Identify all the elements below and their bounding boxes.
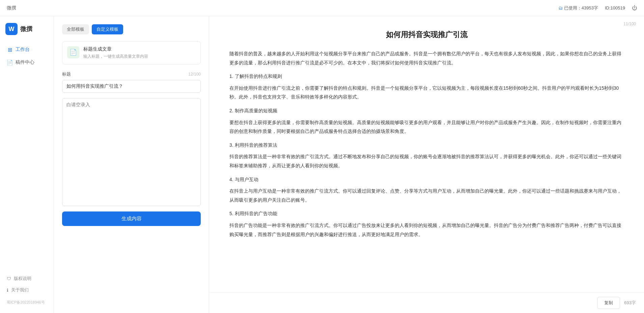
topbar-right: 🗂 已使用：43953字 ID:100519 ⏻ xyxy=(558,5,637,11)
copy-button[interactable]: 复制 xyxy=(597,297,620,309)
content-textarea[interactable] xyxy=(62,98,201,206)
tab-row: 全部模板 自定义模板 xyxy=(62,24,201,34)
doc-heading-5: 5. 利用抖音的广告功能 xyxy=(229,209,624,218)
doc-area: 11/100 如何用抖音实现推广引流 随着抖音的普及，越来越多的人开始利用这个短… xyxy=(209,16,644,292)
file-icon: 📄 xyxy=(7,59,13,65)
doc-heading-3: 3. 利用抖音的推荐算法 xyxy=(229,141,624,150)
form-title-label: 标题 12/100 xyxy=(62,71,201,77)
id-label: ID:100519 xyxy=(605,5,625,10)
doc-heading-1: 1. 了解抖音的特点和规则 xyxy=(229,72,624,81)
doc-intro: 随着抖音的普及，越来越多的人开始利用这个短视频分享平台来推广自己的产品或服务。抖… xyxy=(229,49,624,67)
tab-all-templates[interactable]: 全部模板 xyxy=(62,24,89,34)
template-info: 标题生成文章 输入标题，一键生成高质量文章内容 xyxy=(83,46,148,59)
doc-body: 随着抖音的普及，越来越多的人开始利用这个短视频分享平台来推广自己的产品或服务。抖… xyxy=(229,49,624,239)
tab-custom-templates[interactable]: 自定义模板 xyxy=(92,24,123,34)
doc-heading-2: 2. 制作高质量的短视频 xyxy=(229,106,624,115)
doc-para-1: 在开始使用抖音进行推广引流之前，你需要了解抖音的特点和规则。抖音是一个短视频分享… xyxy=(229,84,624,102)
sidebar-bottom: 🛡 版权说明 ℹ 关于我们 蜀ICP备2022018946号 xyxy=(0,273,54,306)
page-count: 11/100 xyxy=(623,22,636,26)
usage-label: 已使用：43953字 xyxy=(564,5,598,11)
logo-text: 微撰 xyxy=(20,25,32,33)
sidebar-footer: 🛡 版权说明 ℹ 关于我们 xyxy=(0,273,54,298)
topbar-title: 微撰 xyxy=(7,5,16,11)
logo-area: W 微撰 xyxy=(0,23,54,43)
topbar: 微撰 🗂 已使用：43953字 ID:100519 ⏻ xyxy=(0,0,644,16)
template-name: 标题生成文章 xyxy=(83,46,148,52)
sidebar-item-workbench-label: 工作台 xyxy=(16,47,30,53)
usage-info: 🗂 已使用：43953字 xyxy=(558,5,598,11)
footer-about-label: 关于我们 xyxy=(11,287,29,293)
grid-icon: ⊞ xyxy=(7,47,13,53)
right-panel: 11/100 如何用抖音实现推广引流 随着抖音的普及，越来越多的人开始利用这个短… xyxy=(209,16,644,313)
doc-footer: 复制 693字 xyxy=(209,292,644,313)
doc-para-3: 抖音的推荐算法是一种非常有效的推广引流方式。通过不断地发布和分享自己的短视频，你… xyxy=(229,152,624,170)
sidebar-item-drafts[interactable]: 📄 稿件中心 xyxy=(0,56,54,69)
word-count: 693字 xyxy=(624,300,636,306)
doc-heading-4: 4. 与用户互动 xyxy=(229,175,624,184)
doc-para-2: 要想在抖音上获得更多的流量，你需要制作高质量的短视频。高质量的短视频能够吸引更多… xyxy=(229,118,624,136)
template-card-icon: 📄 xyxy=(67,46,79,58)
app-body: W 微撰 ⊞ 工作台 📄 稿件中心 🛡 版权说明 ℹ 关于我们 蜀ICP备202… xyxy=(0,16,644,313)
logo-icon: W xyxy=(5,23,18,35)
sidebar: W 微撰 ⊞ 工作台 📄 稿件中心 🛡 版权说明 ℹ 关于我们 蜀ICP备202… xyxy=(0,16,54,313)
generate-button[interactable]: 生成内容 xyxy=(62,211,201,226)
doc-para-5: 抖音的广告功能是一种非常有效的推广引流方式。你可以通过广告投放来让更多的人看到你… xyxy=(229,221,624,239)
template-card[interactable]: 📄 标题生成文章 输入标题，一键生成高质量文章内容 xyxy=(62,41,201,64)
sidebar-item-drafts-label: 稿件中心 xyxy=(16,59,34,65)
template-desc: 输入标题，一键生成高质量文章内容 xyxy=(83,54,148,59)
shield-icon: 🛡 xyxy=(7,276,11,281)
icp-text: 蜀ICP备2022018946号 xyxy=(0,298,54,306)
footer-copyright-label: 版权说明 xyxy=(14,276,31,282)
doc-para-4: 在抖音上与用户互动是一种非常有效的推广引流方式。你可以通过回复评论、点赞、分享等… xyxy=(229,187,624,204)
footer-item-about[interactable]: ℹ 关于我们 xyxy=(7,284,47,296)
content-area: 全部模板 自定义模板 📄 标题生成文章 输入标题，一键生成高质量文章内容 标题 … xyxy=(54,16,644,313)
doc-title: 如何用抖音实现推广引流 xyxy=(229,30,624,40)
footer-item-copyright[interactable]: 🛡 版权说明 xyxy=(7,273,47,284)
sidebar-item-workbench[interactable]: ⊞ 工作台 xyxy=(0,43,54,56)
title-input[interactable] xyxy=(62,80,201,93)
database-icon: 🗂 xyxy=(558,5,563,10)
info-icon: ℹ xyxy=(7,288,8,293)
title-char-count: 12/100 xyxy=(188,72,201,77)
left-panel: 全部模板 自定义模板 📄 标题生成文章 输入标题，一键生成高质量文章内容 标题 … xyxy=(54,16,209,313)
power-icon[interactable]: ⏻ xyxy=(632,5,637,11)
